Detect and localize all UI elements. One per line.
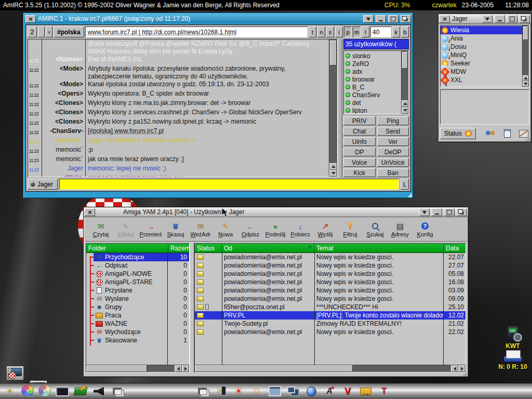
nick-list-item[interactable]: det	[345, 99, 401, 107]
scrollbar-knob[interactable]	[86, 365, 147, 372]
dock-icon[interactable]	[268, 384, 282, 398]
mail-row[interactable]: powiadomienia@emix.net.pl Nowy wpis w ks…	[195, 278, 466, 286]
resize-handle[interactable]	[407, 193, 412, 197]
dock-icon[interactable]	[195, 384, 209, 398]
dock-icon[interactable]	[38, 384, 51, 397]
contact-list-item[interactable]: MiniQ	[441, 51, 522, 59]
tab-blank-button[interactable]	[38, 26, 45, 37]
folder-list-header[interactable]: Folder Razem	[86, 244, 189, 253]
zoom-icon[interactable]	[388, 15, 398, 23]
mail-row[interactable]: powiadomienia@emix.net.pl Nowy wpis w ks…	[195, 295, 466, 303]
dock-icon[interactable]	[74, 384, 87, 398]
kb-toggle-button[interactable]: k	[392, 26, 400, 37]
tab-check-button[interactable]: ∨	[46, 26, 52, 37]
resize-handle[interactable]	[525, 137, 530, 141]
popup-icon[interactable]	[419, 208, 430, 216]
folder-row[interactable]: Praca 0	[86, 311, 189, 320]
user-action-button[interactable]: Chat	[343, 127, 376, 136]
mail-row[interactable]: Twoje-Sudety.pl Zimowy RAJD EXTREMALNY! …	[195, 320, 466, 328]
own-nick-button[interactable]: Jager	[28, 179, 58, 190]
tab-polska[interactable]: #polska	[54, 26, 84, 37]
panel-splitter[interactable]	[338, 39, 342, 177]
minimize-icon[interactable]	[432, 208, 442, 216]
folder-hscrollbar[interactable]	[86, 365, 189, 372]
dock-icon[interactable]	[286, 384, 300, 398]
user-action-button[interactable]: Ping	[377, 116, 409, 125]
dock-icon[interactable]	[250, 384, 263, 398]
contact-scrollbar[interactable]	[522, 25, 529, 87]
resize-handle[interactable]	[462, 371, 467, 376]
toolbar-button[interactable]: Czytaj	[89, 221, 113, 237]
toolbar-button[interactable]: WeźAdr	[189, 221, 212, 237]
chat-scrollbar[interactable]	[329, 39, 337, 177]
nick-list-scrollbar[interactable]	[401, 51, 408, 114]
tab-count-button[interactable]: 2	[28, 26, 37, 37]
contact-list-item[interactable]: MDW	[441, 68, 522, 76]
depth-icon[interactable]	[520, 15, 530, 23]
status-column-header[interactable]: Status	[195, 244, 222, 252]
notes-icon[interactable]	[504, 129, 511, 138]
lag-button[interactable]: L	[401, 179, 409, 190]
popup-icon[interactable]	[363, 15, 374, 23]
scroll-up-icon[interactable]	[523, 75, 529, 81]
folder-row[interactable]: Wychodzące 0	[86, 328, 189, 336]
contact-list-item[interactable]: XXL	[441, 76, 522, 84]
scroll-right-icon[interactable]	[182, 365, 189, 372]
chat-input[interactable]	[59, 179, 399, 190]
desktop-icon-kwt[interactable]: KWT	[498, 326, 528, 350]
amirc-titlebar[interactable]: AMIRC.1 - krakow.irc7.pl/6667 (połączony…	[24, 14, 412, 23]
toolbar-button[interactable]: Wyślij	[313, 221, 337, 237]
user-action-button[interactable]: UnVoice	[377, 158, 409, 167]
contact-list-item[interactable]: Wiesia	[441, 26, 522, 34]
mode-toggle-button[interactable]: p	[344, 26, 352, 37]
toolbar-button[interactable]: Podeślij	[263, 221, 287, 237]
user-action-button[interactable]: Uinfo	[343, 137, 376, 146]
close-icon[interactable]	[85, 208, 95, 216]
scroll-left-icon[interactable]	[451, 365, 458, 372]
kb-toggle-button[interactable]: b	[401, 26, 409, 37]
dock-icon[interactable]	[110, 384, 124, 398]
desktop-icon-mailbox[interactable]: N: 0 R: 10	[494, 350, 532, 370]
dock-icon[interactable]: ASIM	[21, 384, 34, 397]
user-action-button[interactable]: Voice	[343, 158, 376, 167]
dock-icon[interactable]	[214, 384, 227, 398]
mail-row[interactable]: fi5her@poczta.onet.pl ***UNCHECKED*** Hi…	[195, 303, 466, 311]
toolbar-button[interactable]: Przenieś	[139, 221, 163, 237]
folder-row[interactable]: Wysłane 0	[86, 295, 189, 303]
zoom-icon[interactable]	[507, 15, 517, 23]
count-column-header[interactable]: Razem	[168, 244, 189, 252]
mail-row[interactable]: powiadomienia@emix.net.pl Nowy wpis w ks…	[195, 253, 466, 261]
scroll-down-icon[interactable]	[329, 170, 337, 177]
dock-icon[interactable]	[232, 384, 245, 398]
from-column-header[interactable]: Od	[222, 244, 314, 252]
scrollbar-knob[interactable]	[330, 41, 337, 65]
dock-icon[interactable]: FTP	[359, 384, 373, 398]
dock-icon[interactable]	[304, 384, 318, 398]
toolbar-button[interactable]: Adresy	[388, 221, 412, 237]
toolbar-button[interactable]: Filtruj	[338, 221, 362, 237]
nick-list-item[interactable]: broowar	[345, 75, 401, 83]
mail-list-header[interactable]: Status Od Temat Data	[195, 244, 466, 253]
user-action-button[interactable]: Kick	[343, 168, 376, 177]
contacts-icon[interactable]	[484, 129, 496, 138]
toolbar-button[interactable]: Nowa	[214, 221, 237, 237]
dock-icon[interactable]	[341, 384, 354, 398]
nick-list-item[interactable]: adx	[345, 68, 401, 75]
mail-hscrollbar[interactable]	[195, 365, 466, 372]
mail-row[interactable]: powiadomienia@emix.net.pl Nowy wpis w ks…	[195, 286, 466, 295]
dock-icon[interactable]	[56, 384, 69, 398]
dock-icon[interactable]	[323, 384, 336, 398]
mode-toggle-button[interactable]: s	[326, 26, 334, 37]
jager-titlebar[interactable]: Jager	[438, 14, 531, 24]
mode-toggle-button[interactable]: m	[353, 26, 361, 37]
minimize-icon[interactable]	[495, 15, 505, 23]
zoom-icon[interactable]	[444, 208, 455, 216]
depth-icon[interactable]	[401, 15, 411, 23]
mail-row[interactable]: powiadomienia@emix.net.pl Nowy wpis w ks…	[195, 328, 466, 336]
nick-list-item[interactable]: slonko	[345, 52, 401, 60]
user-action-button[interactable]: DeOP	[377, 148, 409, 156]
folder-row[interactable]: Przychodzące 10	[86, 253, 189, 261]
subject-column-header[interactable]: Temat	[314, 244, 444, 252]
dock-icon[interactable]	[92, 384, 105, 398]
toolbar-button[interactable]: Odpisz	[238, 221, 262, 237]
